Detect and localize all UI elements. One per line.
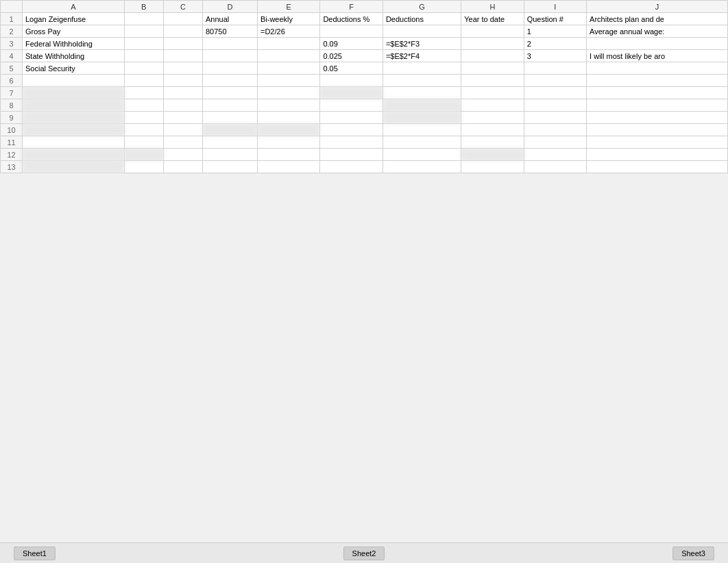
- cell-1-I[interactable]: Question #: [524, 13, 586, 25]
- cell-6-F[interactable]: [320, 75, 383, 87]
- cell-9-C[interactable]: [163, 112, 202, 124]
- cell-11-G[interactable]: [383, 136, 461, 149]
- cell-8-C[interactable]: [163, 99, 202, 112]
- cell-11-J[interactable]: [587, 136, 728, 149]
- cell-4-C[interactable]: [163, 50, 202, 62]
- cell-5-D[interactable]: [202, 62, 257, 75]
- cell-4-B[interactable]: [124, 50, 163, 62]
- cell-2-B[interactable]: [124, 25, 163, 38]
- cell-1-C[interactable]: [163, 13, 202, 25]
- cell-9-H[interactable]: [461, 112, 524, 124]
- cell-10-G[interactable]: [383, 124, 461, 136]
- cell-8-F[interactable]: [320, 99, 383, 112]
- cell-6-D[interactable]: [202, 75, 257, 87]
- table-row[interactable]: 13######: [1, 161, 728, 173]
- col-header-B[interactable]: B: [124, 1, 163, 13]
- cell-3-A[interactable]: Federal Withholding: [23, 38, 125, 50]
- cell-3-H[interactable]: [461, 38, 524, 50]
- cell-5-H[interactable]: [461, 62, 524, 75]
- cell-7-I[interactable]: [524, 87, 586, 99]
- cell-8-A[interactable]: ######: [23, 99, 125, 112]
- table-row[interactable]: 1Logan ZeigenfuseAnnualBi-weeklyDeductio…: [1, 13, 728, 25]
- sheet-tab-1[interactable]: Sheet1: [14, 547, 56, 560]
- cell-11-A[interactable]: [23, 136, 125, 149]
- cell-7-A[interactable]: ######: [23, 87, 125, 99]
- table-row[interactable]: 8############: [1, 99, 728, 112]
- cell-9-B[interactable]: [124, 112, 163, 124]
- col-header-D[interactable]: D: [202, 1, 257, 13]
- cell-3-C[interactable]: [163, 38, 202, 50]
- cell-13-J[interactable]: [587, 161, 728, 173]
- cell-12-F[interactable]: [320, 149, 383, 161]
- cell-4-G[interactable]: =$E$2*F4: [383, 50, 461, 62]
- col-header-I[interactable]: I: [524, 1, 586, 13]
- cell-8-D[interactable]: [202, 99, 257, 112]
- cell-12-I[interactable]: [524, 149, 586, 161]
- cell-2-G[interactable]: [383, 25, 461, 38]
- cell-10-H[interactable]: [461, 124, 524, 136]
- table-row[interactable]: 6: [1, 75, 728, 87]
- cell-12-J[interactable]: [587, 149, 728, 161]
- cell-4-F[interactable]: 0.025: [320, 50, 383, 62]
- cell-6-J[interactable]: [587, 75, 728, 87]
- cell-13-E[interactable]: [257, 161, 319, 173]
- cell-8-E[interactable]: [257, 99, 319, 112]
- table-row[interactable]: 10##################: [1, 124, 728, 136]
- cell-7-B[interactable]: [124, 87, 163, 99]
- cell-6-A[interactable]: [23, 75, 125, 87]
- cell-11-D[interactable]: [202, 136, 257, 149]
- sheet-tab-2[interactable]: Sheet2: [343, 547, 385, 560]
- cell-11-C[interactable]: [163, 136, 202, 149]
- cell-3-J[interactable]: [587, 38, 728, 50]
- table-row[interactable]: 7############: [1, 87, 728, 99]
- cell-3-E[interactable]: [257, 38, 319, 50]
- cell-3-F[interactable]: 0.09: [320, 38, 383, 50]
- cell-1-B[interactable]: [124, 13, 163, 25]
- cell-13-B[interactable]: [124, 161, 163, 173]
- cell-5-F[interactable]: 0.05: [320, 62, 383, 75]
- cell-9-F[interactable]: [320, 112, 383, 124]
- table-row[interactable]: 3Federal Withholding0.09=$E$2*F32: [1, 38, 728, 50]
- cell-4-A[interactable]: State Withholding: [23, 50, 125, 62]
- cell-13-G[interactable]: [383, 161, 461, 173]
- cell-5-I[interactable]: [524, 62, 586, 75]
- cell-2-F[interactable]: [320, 25, 383, 38]
- cell-1-G[interactable]: Deductions: [383, 13, 461, 25]
- table-row[interactable]: 9############: [1, 112, 728, 124]
- cell-8-I[interactable]: [524, 99, 586, 112]
- cell-12-C[interactable]: [163, 149, 202, 161]
- cell-2-C[interactable]: [163, 25, 202, 38]
- cell-7-F[interactable]: ######: [320, 87, 383, 99]
- sheet-tab-3[interactable]: Sheet3: [672, 547, 714, 560]
- col-header-F[interactable]: F: [320, 1, 383, 13]
- cell-1-A[interactable]: Logan Zeigenfuse: [23, 13, 125, 25]
- col-header-C[interactable]: C: [163, 1, 202, 13]
- cell-6-E[interactable]: [257, 75, 319, 87]
- cell-9-I[interactable]: [524, 112, 586, 124]
- cell-9-G[interactable]: ######: [383, 112, 461, 124]
- cell-11-E[interactable]: [257, 136, 319, 149]
- cell-13-H[interactable]: [461, 161, 524, 173]
- cell-8-B[interactable]: [124, 99, 163, 112]
- cell-8-G[interactable]: ######: [383, 99, 461, 112]
- cell-11-B[interactable]: [124, 136, 163, 149]
- cell-10-D[interactable]: ######: [202, 124, 257, 136]
- cell-7-D[interactable]: [202, 87, 257, 99]
- cell-5-B[interactable]: [124, 62, 163, 75]
- cell-10-C[interactable]: [163, 124, 202, 136]
- cell-13-D[interactable]: [202, 161, 257, 173]
- col-header-J[interactable]: J: [587, 1, 728, 13]
- cell-7-J[interactable]: [587, 87, 728, 99]
- col-header-E[interactable]: E: [257, 1, 319, 13]
- cell-1-F[interactable]: Deductions %: [320, 13, 383, 25]
- cell-7-G[interactable]: [383, 87, 461, 99]
- cell-6-B[interactable]: [124, 75, 163, 87]
- cell-9-A[interactable]: ######: [23, 112, 125, 124]
- table-row[interactable]: 12##################: [1, 149, 728, 161]
- cell-13-A[interactable]: ######: [23, 161, 125, 173]
- cell-13-C[interactable]: [163, 161, 202, 173]
- table-row[interactable]: 2Gross Pay80750=D2/261Average annual wag…: [1, 25, 728, 38]
- col-header-H[interactable]: H: [461, 1, 524, 13]
- cell-6-G[interactable]: [383, 75, 461, 87]
- cell-3-I[interactable]: 2: [524, 38, 586, 50]
